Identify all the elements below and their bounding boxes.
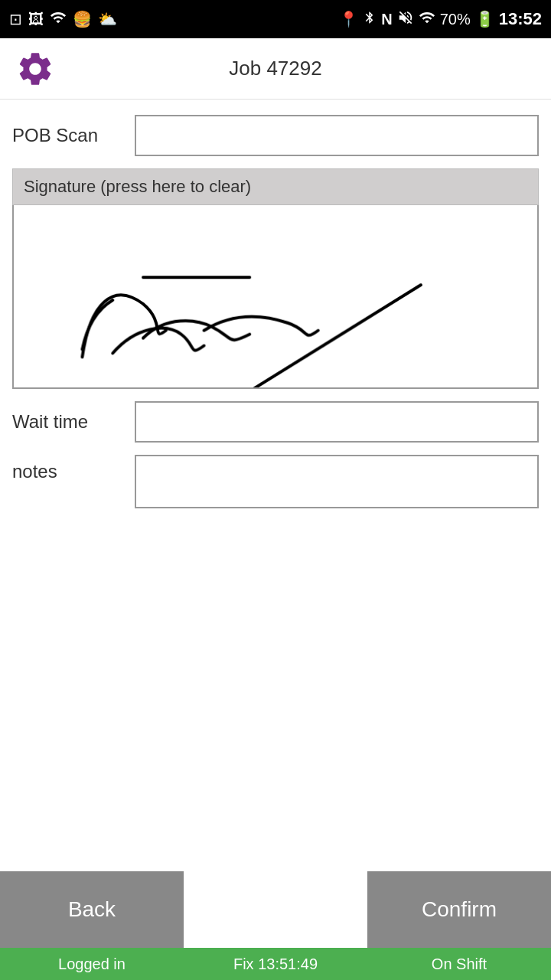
- bottom-spacer: [184, 871, 367, 948]
- confirm-button[interactable]: Confirm: [367, 871, 551, 948]
- signature-section: Signature (press here to clear): [12, 168, 539, 389]
- pob-scan-label: POB Scan: [12, 125, 135, 146]
- settings-gear-icon[interactable]: [12, 46, 58, 92]
- signature-canvas-area[interactable]: [12, 205, 539, 389]
- notification-icon: ⊡: [9, 10, 22, 28]
- notes-label: notes: [12, 455, 135, 482]
- signature-clear-button[interactable]: Signature (press here to clear): [12, 168, 539, 205]
- clock-display: 13:52: [499, 9, 542, 29]
- wait-time-label: Wait time: [12, 411, 135, 433]
- status-bar: ⊡ 🖼 🍔 ⛅ 📍 N 70% 🔋 13:52: [0, 0, 551, 38]
- wait-time-input[interactable]: [135, 401, 539, 443]
- status-right-icons: 📍 N 70% 🔋 13:52: [339, 9, 542, 30]
- mute-icon: [397, 9, 414, 30]
- n-network-icon: N: [381, 11, 392, 28]
- cell-signal-icon: [419, 9, 435, 30]
- back-button[interactable]: Back: [0, 871, 184, 948]
- notes-row: notes: [12, 455, 539, 508]
- pob-scan-row: POB Scan: [12, 115, 539, 156]
- signature-drawing[interactable]: [14, 205, 537, 387]
- logged-in-status: Logged in: [0, 948, 184, 980]
- app-logo-icon: 🍔: [73, 10, 92, 28]
- battery-text: 70%: [440, 11, 471, 28]
- status-left-icons: ⊡ 🖼 🍔 ⛅: [9, 9, 117, 30]
- status-strip: Logged in Fix 13:51:49 On Shift: [0, 948, 551, 980]
- bottom-buttons-row: Back Confirm: [0, 871, 551, 948]
- app-header: Job 47292: [0, 38, 551, 100]
- pob-scan-input[interactable]: [135, 115, 539, 156]
- notes-input[interactable]: [135, 455, 539, 508]
- fix-status: Fix 13:51:49: [184, 948, 367, 980]
- wifi-signal-icon: [50, 9, 67, 30]
- weather-icon: ⛅: [98, 10, 117, 28]
- battery-icon: 🔋: [475, 10, 494, 28]
- location-pin-icon: 📍: [339, 10, 358, 28]
- page-title: Job 47292: [58, 57, 493, 80]
- main-content: POB Scan Signature (press here to clear)…: [0, 100, 551, 536]
- image-icon: 🖼: [28, 11, 44, 28]
- wait-time-row: Wait time: [12, 401, 539, 443]
- bluetooth-icon: [363, 9, 377, 30]
- bottom-section: Back Confirm Logged in Fix 13:51:49 On S…: [0, 871, 551, 980]
- on-shift-status: On Shift: [367, 948, 551, 980]
